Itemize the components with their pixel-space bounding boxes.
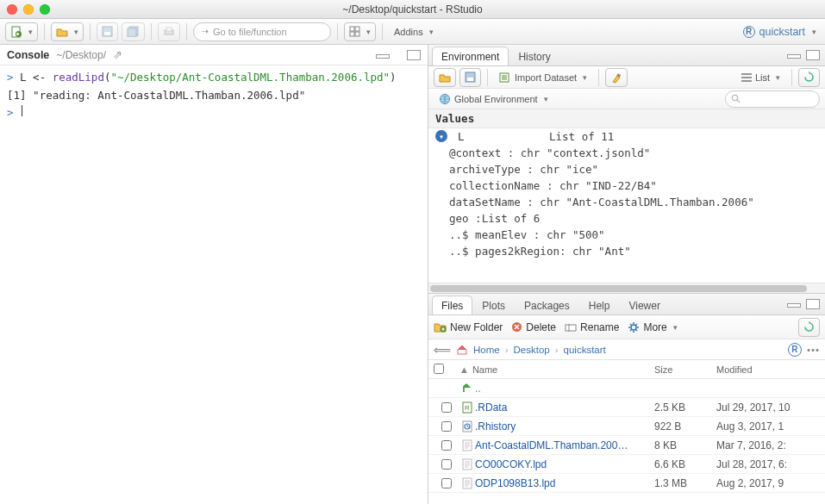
- pane-minimize-button[interactable]: [376, 50, 390, 60]
- go-to-file-input[interactable]: ➝ Go to file/function: [193, 22, 331, 41]
- env-detail-row: ..$ meanElev : chr "500": [428, 227, 825, 243]
- addins-menu[interactable]: Addins ▾: [389, 22, 439, 41]
- import-label: Import Dataset: [515, 72, 577, 83]
- file-row[interactable]: ODP1098B13.lpd1.3 MBAug 2, 2017, 9: [428, 474, 825, 493]
- file-name[interactable]: CO00COKY.lpd: [475, 458, 654, 470]
- pane-minimize-button[interactable]: [787, 299, 801, 309]
- file-checkbox[interactable]: [441, 402, 452, 413]
- file-row[interactable]: .Rhistory922 BAug 3, 2017, 1: [428, 417, 825, 436]
- pane-maximize-button[interactable]: [806, 50, 820, 60]
- pane-maximize-button[interactable]: [806, 299, 820, 309]
- expand-icon[interactable]: ▾: [435, 130, 447, 142]
- delete-button[interactable]: Delete: [511, 321, 556, 333]
- env-section-header: Values: [428, 109, 825, 128]
- popout-icon[interactable]: ⇗: [113, 48, 122, 61]
- project-menu[interactable]: R quickstart ▾: [743, 26, 821, 38]
- rename-label: Rename: [580, 321, 619, 333]
- tab-plots[interactable]: Plots: [472, 296, 515, 314]
- svg-point-21: [631, 325, 636, 330]
- file-size: 2.5 KB: [654, 401, 716, 414]
- col-modified[interactable]: Modified: [716, 364, 820, 375]
- crumb-quickstart[interactable]: quickstart: [564, 345, 606, 355]
- pane-maximize-button[interactable]: [407, 50, 421, 60]
- svg-rect-28: [463, 478, 472, 488]
- file-row[interactable]: Ant-CoastalDML.Thamban.200…8 KBMar 7, 20…: [428, 436, 825, 455]
- console-input-func: readLipd: [53, 71, 104, 84]
- grid-view-button[interactable]: ▾: [344, 22, 376, 41]
- file-checkbox[interactable]: [441, 440, 452, 451]
- nav-back-icon[interactable]: ⟸: [434, 343, 451, 357]
- open-file-button[interactable]: ▾: [51, 22, 84, 41]
- file-table-header: ▲ Name Size Modified: [428, 360, 825, 379]
- file-checkbox[interactable]: [441, 459, 452, 470]
- file-name[interactable]: .Rhistory: [475, 420, 654, 432]
- project-icon[interactable]: R: [788, 343, 802, 357]
- traffic-lights: [7, 4, 50, 15]
- file-modified: Aug 2, 2017, 9: [716, 477, 820, 489]
- crumb-desktop[interactable]: Desktop: [514, 345, 550, 355]
- file-row[interactable]: CO00COKY.lpd6.6 KBJul 28, 2017, 6:: [428, 455, 825, 474]
- env-variable-row[interactable]: ▾ L List of 11: [428, 128, 825, 145]
- files-toolbar: New Folder Delete Rename More▾: [428, 315, 825, 339]
- sort-asc-icon[interactable]: ▲: [459, 364, 469, 375]
- save-all-button[interactable]: [122, 22, 145, 41]
- env-variable-list[interactable]: Values ▾ L List of 11 @context : chr "co…: [428, 109, 825, 283]
- file-icon: [459, 439, 475, 451]
- rename-button[interactable]: Rename: [565, 321, 619, 333]
- file-checkbox[interactable]: [441, 478, 452, 488]
- save-button[interactable]: [97, 22, 118, 41]
- file-name[interactable]: ODP1098B13.lpd: [475, 477, 654, 489]
- new-folder-button[interactable]: New Folder: [434, 321, 503, 333]
- console-working-dir: ~/Desktop/: [56, 49, 106, 61]
- select-all-checkbox[interactable]: [434, 364, 444, 374]
- file-name[interactable]: Ant-CoastalDML.Thamban.200…: [475, 439, 654, 451]
- delete-label: Delete: [526, 321, 556, 333]
- svg-text:R: R: [465, 404, 470, 412]
- more-menu[interactable]: More▾: [628, 321, 677, 333]
- refresh-files-button[interactable]: [798, 318, 820, 337]
- file-modified: Mar 7, 2016, 2:: [716, 439, 820, 451]
- tab-viewer[interactable]: Viewer: [619, 296, 669, 314]
- file-checkbox[interactable]: [441, 421, 452, 432]
- parent-dir-row[interactable]: ..: [428, 379, 825, 398]
- save-workspace-button[interactable]: [459, 68, 481, 87]
- file-row[interactable]: R.RData2.5 KBJul 29, 2017, 10: [428, 398, 825, 417]
- crumb-home[interactable]: Home: [473, 345, 500, 355]
- env-scope-select[interactable]: Global Environment▾: [434, 90, 553, 109]
- import-dataset-button[interactable]: Import Dataset▾: [494, 68, 592, 87]
- file-list[interactable]: .. R.RData2.5 KBJul 29, 2017, 10.Rhistor…: [428, 379, 825, 504]
- env-detail-row: ..$ pages2kRegion: chr "Ant": [428, 243, 825, 259]
- tab-help[interactable]: Help: [579, 296, 620, 314]
- minimize-window-button[interactable]: [23, 4, 34, 15]
- addins-label: Addins: [394, 27, 423, 37]
- more-options-button[interactable]: •••: [807, 345, 820, 355]
- env-scrollbar[interactable]: [428, 283, 825, 293]
- clear-workspace-button[interactable]: [605, 68, 628, 87]
- view-mode-toggle[interactable]: List▾: [736, 68, 785, 87]
- env-scope-label: Global Environment: [454, 94, 538, 104]
- close-window-button[interactable]: [7, 4, 17, 15]
- print-button[interactable]: [158, 22, 180, 41]
- file-name[interactable]: .RData: [475, 401, 654, 414]
- load-workspace-button[interactable]: [434, 68, 456, 87]
- more-label: More: [643, 321, 666, 333]
- tab-environment[interactable]: Environment: [432, 47, 509, 65]
- tab-files[interactable]: Files: [432, 296, 472, 314]
- pane-minimize-button[interactable]: [787, 50, 801, 60]
- console-input-prefix: L <-: [20, 71, 53, 84]
- tab-history[interactable]: History: [509, 47, 559, 65]
- col-size[interactable]: Size: [654, 364, 716, 375]
- zoom-window-button[interactable]: [40, 4, 50, 15]
- env-var-summary: List of 11: [549, 130, 614, 143]
- env-toolbar: Import Dataset▾ List▾: [428, 66, 825, 89]
- env-search-input[interactable]: [725, 90, 820, 108]
- arrow-right-icon: ➝: [201, 26, 209, 37]
- col-name[interactable]: Name: [472, 364, 497, 375]
- home-icon[interactable]: [456, 344, 468, 355]
- new-file-button[interactable]: ▾: [5, 22, 38, 41]
- file-size: 6.6 KB: [654, 458, 716, 470]
- svg-rect-26: [463, 440, 472, 451]
- console-output[interactable]: > L <- readLipd("~/Desktop/Ant-CoastalDM…: [0, 65, 428, 504]
- tab-packages[interactable]: Packages: [515, 296, 579, 314]
- refresh-env-button[interactable]: [798, 68, 820, 87]
